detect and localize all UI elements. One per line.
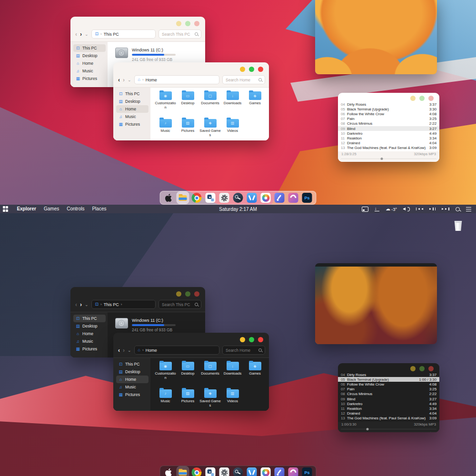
paint-brush-app-icon[interactable] (275, 467, 285, 476)
folder-item[interactable]: ◈Saved Games (199, 389, 221, 411)
settings-gear-icon[interactable] (219, 193, 229, 203)
traffic-light-green[interactable] (249, 67, 254, 72)
vortex-icon[interactable] (247, 467, 257, 476)
traffic-light-yellow[interactable] (240, 337, 245, 342)
playlist-row[interactable]: 09Blind3:27 (338, 397, 439, 401)
traffic-light-green[interactable] (185, 291, 190, 297)
image-viewer-window[interactable] (315, 0, 437, 74)
folder-item[interactable]: ◉Customization (154, 362, 177, 387)
playlist-row[interactable]: 06Follow the White Crow4:08 (338, 382, 439, 387)
playlist-row[interactable]: 12Drained4:04 (338, 411, 439, 416)
playlist-row[interactable]: 05Black Terminal (Upgrade)1:00 / 3:30 (338, 377, 439, 382)
playlist-row[interactable]: 07Pain3:25 (338, 387, 439, 392)
sidebar-item[interactable]: ▤Desktop (116, 98, 149, 105)
breadcrumb[interactable]: ⊡ › This PC (91, 30, 156, 39)
seek-bar[interactable] (338, 157, 439, 160)
sidebar-item[interactable]: ⌂Home (116, 376, 149, 383)
breadcrumb[interactable]: ⌂ › Home (134, 75, 219, 84)
apple-menu-icon[interactable] (164, 193, 174, 203)
window-titlebar[interactable] (113, 62, 269, 73)
traffic-light-yellow[interactable] (240, 67, 245, 72)
shuffle-button[interactable]: ⇄ (428, 432, 432, 432)
folder-item[interactable]: ▭Desktop (177, 91, 199, 117)
vortex-icon[interactable] (247, 193, 257, 203)
playlist-row[interactable]: 11Reaktion3:34 (338, 406, 439, 411)
forward-button[interactable]: › (80, 302, 82, 307)
back-button[interactable]: ‹ (118, 78, 120, 82)
forward-button[interactable]: › (123, 78, 125, 82)
traffic-light-green[interactable] (419, 96, 425, 101)
notes-app-icon[interactable] (206, 467, 216, 476)
playlist-row[interactable]: 07Pain3:25 (338, 117, 439, 121)
history-dropdown-icon[interactable]: ⌄ (128, 78, 131, 82)
search-box[interactable]: Search This PC (159, 30, 201, 39)
menu-bar-clock[interactable]: Saturday 2:17 AM (219, 207, 257, 212)
playlist-row[interactable]: 13The God Machines (feat. Paul Senai & K… (338, 416, 439, 421)
traffic-light-green[interactable] (249, 337, 254, 342)
swoosh-app-icon[interactable] (288, 193, 298, 203)
image-viewer-window[interactable] (315, 263, 437, 344)
photos-icon[interactable] (261, 193, 271, 203)
chrome-icon[interactable] (192, 193, 202, 203)
history-dropdown-icon[interactable]: ⌄ (85, 32, 89, 37)
folder-item[interactable]: ↓Downloads (221, 91, 244, 117)
paint-brush-app-icon[interactable] (275, 193, 285, 203)
photoshop-icon[interactable]: Ps (302, 193, 312, 203)
sidebar-item[interactable]: ▤Desktop (73, 52, 106, 60)
forward-button[interactable]: › (80, 32, 82, 37)
menu-controls[interactable]: Controls (67, 206, 84, 211)
sidebar-item[interactable]: ♫Music (73, 337, 106, 345)
file-explorer-icon[interactable] (178, 193, 188, 203)
folder-item[interactable]: ▥Videos (221, 119, 244, 141)
sidebar-item[interactable]: ▤Desktop (116, 368, 149, 376)
folder-item[interactable]: ▥Videos (221, 389, 244, 411)
file-explorer-icon[interactable] (178, 467, 188, 476)
playlist-row[interactable]: 09Blind3:27 (338, 126, 439, 131)
sidebar-item[interactable]: ⌂Home (116, 105, 149, 113)
sidebar-item[interactable]: ⊡This PC (73, 44, 106, 52)
folder-item[interactable]: ♪Music (154, 389, 177, 411)
playlist-row[interactable]: 11Reaktion3:34 (338, 136, 439, 140)
sidebar-item[interactable]: ▦Pictures (116, 120, 149, 128)
folder-item[interactable]: ♪Music (154, 119, 177, 141)
folder-item[interactable]: ◉Customization (154, 91, 177, 117)
apple-menu-icon[interactable] (164, 467, 174, 476)
traffic-light-red[interactable] (428, 366, 434, 371)
folder-item[interactable]: ◈Games (244, 362, 266, 387)
sidebar-item[interactable]: ⊡This PC (116, 90, 149, 98)
menu-games[interactable]: Games (44, 206, 59, 211)
window-titlebar[interactable] (315, 263, 437, 267)
sidebar-item[interactable]: ♫Music (116, 383, 149, 391)
folder-item[interactable]: ▭Desktop (177, 362, 199, 387)
traffic-light-yellow[interactable] (410, 366, 416, 371)
window-titlebar[interactable] (70, 287, 205, 298)
weather-widget[interactable]: ☁-3° (386, 207, 397, 212)
photos-icon[interactable] (261, 467, 271, 476)
playlist-row[interactable]: 12Drained4:04 (338, 141, 439, 146)
history-dropdown-icon[interactable]: ⌄ (85, 302, 89, 307)
sidebar-item[interactable]: ▦Pictures (73, 75, 106, 82)
trash-icon[interactable] (454, 220, 462, 231)
sidebar-item[interactable]: ⌂Home (73, 330, 106, 337)
folder-item[interactable]: ◈Games (244, 91, 266, 117)
volume-tray-icon[interactable] (403, 207, 410, 211)
playlist-row[interactable]: 13The God Machines (feat. Paul Senai & K… (338, 146, 439, 150)
folder-item[interactable]: ◈Saved Games (199, 119, 221, 141)
sidebar-item[interactable]: ⊡This PC (73, 315, 106, 322)
breadcrumb[interactable]: ⌂ › Home (134, 346, 219, 355)
drive-item[interactable]: Windows 11 (C:) 241 GB free of 933 GB (108, 42, 205, 62)
sidebar-item[interactable]: ▦Pictures (73, 345, 106, 353)
window-titlebar[interactable] (338, 363, 439, 372)
sidebar-item[interactable]: ⊡This PC (116, 360, 149, 368)
back-button[interactable]: ‹ (75, 32, 77, 37)
traffic-light-red[interactable] (194, 21, 199, 26)
sidebar-item[interactable]: ♫Music (116, 113, 149, 120)
window-titlebar[interactable] (113, 333, 269, 344)
sidebar-item[interactable]: ⌂Home (73, 60, 106, 67)
wallpaper-tray-icon[interactable] (362, 207, 368, 212)
traffic-light-yellow[interactable] (410, 96, 416, 101)
playlist-row[interactable]: 06Follow the White Crow4:08 (338, 111, 439, 116)
folder-item[interactable]: ▨Pictures (177, 119, 199, 141)
download-tray-icon[interactable]: ↓ (375, 207, 379, 212)
traffic-light-yellow[interactable] (176, 291, 181, 297)
